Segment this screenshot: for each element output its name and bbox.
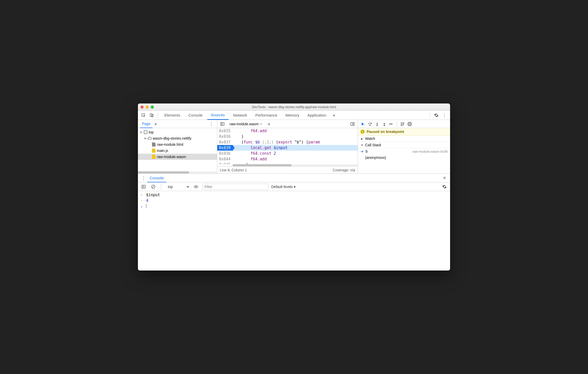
code-text: f64.add [233, 156, 267, 162]
pause-exceptions-icon[interactable] [406, 120, 413, 128]
line-address[interactable]: 0x036 [217, 134, 233, 139]
more-tabs-icon[interactable]: » [331, 113, 337, 118]
divider [161, 184, 161, 190]
line-address-breakpoint[interactable]: 0x039 [217, 145, 233, 151]
callstack-section-header[interactable]: ▼ Call Stack [358, 142, 450, 148]
main-menu-icon[interactable] [441, 112, 448, 119]
tab-memory[interactable]: Memory [282, 111, 303, 120]
editor-tab-label: raw-module.wasm [230, 122, 259, 126]
editor-statusbar: Line 8, Column 1 Coverage: n/a [217, 166, 358, 173]
line-address[interactable]: 0x037 [217, 139, 233, 145]
cursor [146, 204, 146, 208]
source-editor: raw-module.wasm × » 0x035 f64.add 0x036 … [217, 120, 358, 173]
frame-icon [144, 130, 148, 134]
live-expression-icon[interactable] [192, 183, 200, 190]
navigator-tab-page[interactable]: Page [140, 120, 153, 128]
collapse-icon: ▶ [361, 137, 364, 140]
tree-file-js[interactable]: main.js [138, 148, 217, 154]
console-settings-icon[interactable] [441, 183, 448, 190]
drawer-tab-console[interactable]: Console [147, 174, 166, 182]
debugger-pane: i Paused on breakpoint ▶ Watch ▼ Call St… [358, 120, 450, 173]
callstack-frame[interactable]: (anonymous) [358, 154, 450, 161]
sidebar-scrollbar[interactable] [138, 171, 217, 173]
divider [397, 121, 397, 127]
close-drawer-icon[interactable]: × [441, 174, 448, 182]
tab-sources[interactable]: Sources [207, 111, 228, 120]
filter-input[interactable] [202, 184, 269, 190]
console-prompt-row[interactable]: › [138, 203, 450, 210]
cloud-icon [148, 136, 152, 140]
tree-label: raw-module.html [157, 142, 183, 147]
line-address[interactable]: 0x035 [217, 128, 233, 134]
editor-tab[interactable]: raw-module.wasm × [227, 120, 265, 128]
svg-point-9 [370, 125, 371, 126]
callstack-frame[interactable]: ➔ b raw-module.wasm:0x39 [358, 148, 450, 154]
device-toolbar-icon[interactable] [148, 112, 155, 119]
svg-point-11 [384, 125, 385, 126]
tree-file-html[interactable]: raw-module.html [138, 141, 217, 148]
log-levels-select[interactable]: Default levels ▾ [271, 185, 296, 189]
more-navigator-tabs-icon[interactable]: » [153, 122, 159, 126]
svg-point-10 [377, 125, 378, 126]
line-address[interactable]: 0x044 [217, 156, 233, 162]
console-toolbar: top Default levels ▾ [138, 182, 450, 191]
code-text: (func $b (;1;) (export "b") (param [233, 139, 320, 145]
sources-panel: Page » ▼ top ▼ wasm-dbg-stories.netlify [138, 120, 450, 174]
context-select[interactable]: top [165, 184, 190, 190]
navigator-sidebar: Page » ▼ top ▼ wasm-dbg-stories.netlify [138, 120, 217, 173]
watch-section-header[interactable]: ▶ Watch [358, 136, 450, 142]
inspect-element-icon[interactable] [140, 112, 147, 119]
line-address[interactable]: 0x03b [217, 151, 233, 156]
code-area[interactable]: 0x035 f64.add 0x036 ) 0x037 (func $b (;1… [217, 128, 358, 164]
file-icon [152, 155, 156, 159]
step-over-icon[interactable] [367, 120, 373, 128]
tree-label: main.js [157, 149, 168, 153]
file-icon [152, 142, 156, 147]
more-editor-tabs-icon[interactable]: » [266, 122, 272, 126]
console-sidebar-icon[interactable] [140, 183, 147, 190]
navigator-menu-icon[interactable] [208, 120, 215, 128]
close-tab-icon[interactable]: × [260, 122, 262, 126]
console-result: 4 [146, 198, 148, 203]
code-text: f64.add [233, 128, 267, 134]
step-out-icon[interactable] [381, 120, 388, 128]
tree-origin[interactable]: ▼ wasm-dbg-stories.netlify [138, 135, 217, 141]
step-icon[interactable] [388, 120, 395, 128]
settings-icon[interactable] [433, 112, 440, 119]
console-output-row: ‹· 4 [138, 198, 450, 203]
pause-message: Paused on breakpoint [367, 130, 404, 134]
line-address[interactable]: 0x045 [217, 162, 233, 164]
code-text: ) [233, 134, 244, 139]
clear-console-icon[interactable] [150, 183, 157, 190]
console-output[interactable]: › $input ‹· 4 › [138, 191, 450, 271]
deactivate-breakpoints-icon[interactable] [399, 120, 406, 128]
svg-line-19 [152, 185, 155, 188]
output-arrow-icon: ‹· [140, 198, 144, 203]
code-text: f64.const 2 [233, 151, 276, 156]
file-icon [152, 149, 156, 153]
prompt-arrow-icon: › [140, 204, 144, 209]
navigator-tabs: Page » [138, 120, 217, 128]
resume-icon[interactable] [360, 120, 366, 128]
tab-console[interactable]: Console [185, 111, 206, 120]
step-into-icon[interactable] [374, 120, 380, 128]
pause-banner: i Paused on breakpoint [358, 128, 450, 136]
tree-file-wasm[interactable]: raw-module.wasm [138, 154, 217, 160]
tab-elements[interactable]: Elements [161, 111, 184, 120]
code-text: local.get $input [233, 145, 288, 151]
toggle-navigator-icon[interactable] [219, 120, 226, 128]
drawer-menu-icon[interactable] [140, 174, 147, 182]
tree-label: raw-module.wasm [157, 155, 186, 159]
svg-point-12 [390, 123, 390, 124]
tab-application[interactable]: Application [304, 111, 330, 120]
tab-network[interactable]: Network [230, 111, 251, 120]
toggle-debugger-icon[interactable] [349, 120, 356, 128]
tree-top-frame[interactable]: ▼ top [138, 129, 217, 135]
coverage-status: Coverage: n/a [333, 168, 355, 172]
console-expression: $input [146, 193, 160, 197]
editor-scrollbar[interactable] [233, 164, 358, 166]
tab-performance[interactable]: Performance [252, 111, 281, 120]
code-text: ) [233, 162, 248, 164]
titlebar: DevTools - wasm-dbg-stories.netlify.app/… [138, 103, 450, 111]
tree-label: top [149, 130, 154, 134]
